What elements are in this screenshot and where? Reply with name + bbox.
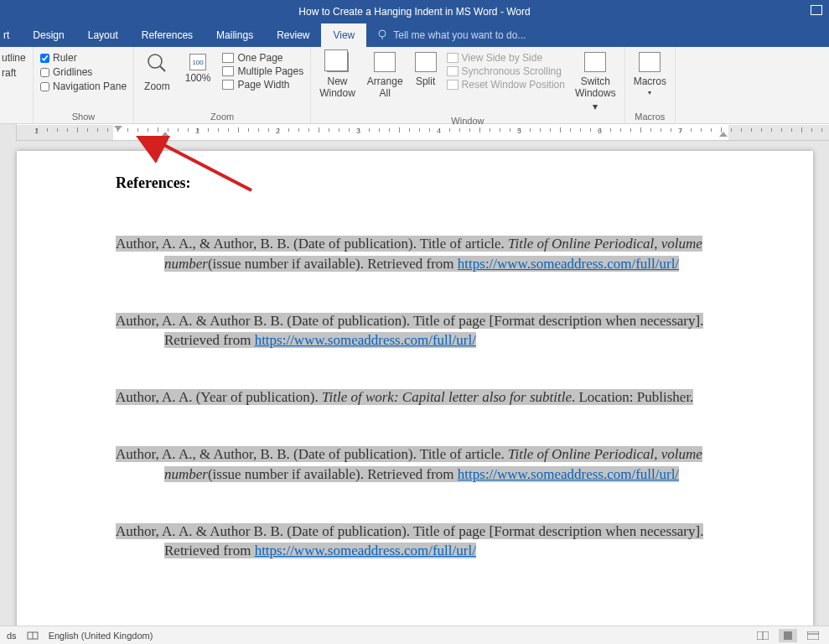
gridlines-checkbox[interactable]: Gridlines [40, 66, 127, 78]
chevron-down-icon: ▾ [593, 101, 598, 112]
tab-review[interactable]: Review [265, 23, 321, 47]
sync-scrolling-button: Synchronous Scrolling [447, 65, 565, 77]
reference-link[interactable]: https://www.someaddress.com/full/url/ [255, 543, 476, 558]
switch-windows-button[interactable]: Switch Windows ▾ [573, 50, 618, 114]
tell-me-label: Tell me what you want to do... [393, 29, 526, 41]
reset-window-button: Reset Window Position [447, 79, 565, 91]
views-group-partial: utline raft [0, 47, 34, 123]
new-window-icon [327, 52, 349, 72]
show-group-label: Show [40, 110, 127, 122]
language-status[interactable]: English (United Kingdom) [49, 631, 153, 641]
print-layout-button[interactable] [779, 629, 797, 642]
arrange-all-button[interactable]: Arrange All [365, 50, 405, 114]
arrange-all-icon [374, 52, 396, 72]
svg-rect-10 [807, 631, 819, 640]
title-bar: How to Create a Hanging Indent in MS Wor… [0, 0, 829, 23]
multiple-pages-button[interactable]: Multiple Pages [222, 65, 303, 77]
page-width-button[interactable]: Page Width [222, 79, 303, 91]
ruler-checkbox[interactable]: Ruler [40, 52, 127, 64]
tab-references[interactable]: References [130, 23, 205, 47]
zoom-group: Zoom 100 100% One Page Multiple Pages Pa… [134, 47, 311, 123]
tab-design[interactable]: Design [21, 23, 75, 47]
ribbon-tabs: rt Design Layout References Mailings Rev… [0, 23, 829, 47]
macros-group-label: Macros [632, 110, 668, 122]
tab-view[interactable]: View [321, 23, 366, 47]
svg-rect-9 [784, 631, 792, 640]
page-width-icon [222, 80, 234, 90]
ribbon: utline raft Ruler Gridlines Navigation P… [0, 47, 829, 124]
one-page-button[interactable]: One Page [222, 52, 303, 64]
reference-entry[interactable]: Author, A. A., & Author, B. B. (Date of … [116, 234, 721, 274]
outline-view-partial[interactable]: utline [2, 50, 26, 65]
magnifier-icon [146, 52, 168, 79]
draft-view-partial[interactable]: raft [2, 65, 26, 80]
new-window-button[interactable]: New Window [318, 50, 357, 114]
chevron-down-icon: ▾ [648, 89, 651, 96]
read-mode-button[interactable] [754, 629, 772, 642]
hanging-indent-marker[interactable] [161, 132, 169, 140]
sync-scroll-icon [447, 66, 459, 76]
side-by-side-icon [447, 53, 459, 63]
ruler-scale[interactable]: 12345671 [17, 125, 829, 140]
first-line-indent-marker[interactable] [114, 126, 122, 131]
navigation-pane-checkbox[interactable]: Navigation Pane [40, 80, 127, 92]
reference-link[interactable]: https://www.someaddress.com/full/url/ [458, 256, 679, 272]
references-heading: References: [116, 174, 721, 192]
reference-link[interactable]: https://www.someaddress.com/full/url/ [255, 332, 476, 348]
reference-entry[interactable]: Author, A. A. & Author B. B. (Date of pu… [116, 311, 721, 351]
split-icon [415, 52, 437, 72]
tell-me-search[interactable]: Tell me what you want to do... [376, 29, 526, 43]
document-page[interactable]: References: Author, A. A., & Author, B. … [17, 151, 813, 626]
switch-windows-icon [584, 52, 606, 72]
reference-entry[interactable]: Author, A. A. & Author B. B. (Date of pu… [116, 522, 721, 562]
web-layout-button[interactable] [804, 629, 822, 642]
one-page-icon [222, 53, 234, 63]
word-count-partial[interactable]: ds [7, 631, 17, 641]
svg-point-2 [148, 55, 162, 68]
view-side-by-side-button: View Side by Side [447, 52, 565, 64]
reference-entry[interactable]: Author, A. A. (Year of publication). Tit… [116, 387, 721, 408]
multiple-pages-icon [222, 66, 234, 76]
svg-point-0 [379, 30, 386, 37]
window-title: How to Create a Hanging Indent in MS Wor… [298, 6, 530, 18]
zoom-100-button[interactable]: 100 100% [182, 50, 215, 86]
document-area[interactable]: References: Author, A. A., & Author, B. … [0, 141, 829, 626]
spell-check-icon[interactable] [27, 631, 39, 641]
horizontal-ruler[interactable]: 12345671 [0, 124, 829, 141]
tab-layout[interactable]: Layout [76, 23, 130, 47]
zoom-button[interactable]: Zoom [141, 50, 174, 94]
reference-link[interactable]: https://www.someaddress.com/full/url/ [458, 466, 679, 482]
hundred-percent-icon: 100 [189, 54, 206, 70]
svg-line-3 [160, 66, 165, 71]
tab-mailings[interactable]: Mailings [205, 23, 265, 47]
macros-group: Macros ▾ Macros [625, 47, 676, 123]
lightbulb-icon [376, 29, 388, 43]
window-group: New Window Arrange All Split View Side b… [311, 47, 624, 123]
show-group: Ruler Gridlines Navigation Pane Show [34, 47, 134, 123]
ribbon-display-icon[interactable] [811, 5, 822, 15]
window-controls [811, 5, 822, 15]
split-button[interactable]: Split [413, 50, 438, 114]
status-bar: ds English (United Kingdom) [0, 626, 829, 644]
zoom-group-label: Zoom [141, 110, 303, 122]
macros-button[interactable]: Macros ▾ [632, 50, 668, 110]
macros-icon [639, 52, 661, 72]
tab-insert-partial[interactable]: rt [0, 23, 21, 47]
reference-entry[interactable]: Author, A. A., & Author, B. B. (Date of … [116, 444, 721, 485]
ruler-tab-selector[interactable] [0, 124, 17, 141]
reset-window-icon [447, 80, 459, 90]
